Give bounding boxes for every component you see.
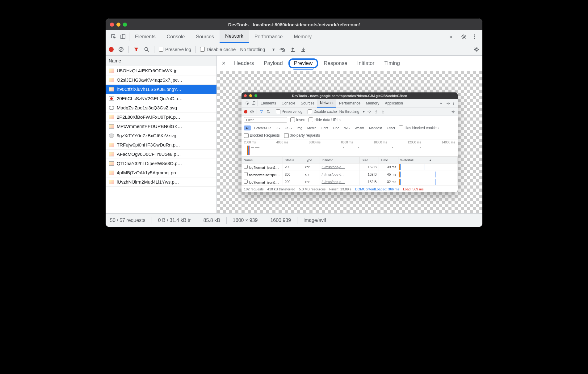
transferred: 410 kB transferred bbox=[267, 187, 296, 191]
stat-dims: 1600 × 939 bbox=[233, 218, 258, 223]
request-row[interactable]: MadqZslZpo1sj3qQ3GsZ.svg bbox=[106, 103, 216, 113]
stat-mime: image/avif bbox=[304, 218, 326, 223]
file-name: QTDnaY32hLDipeRW8e3O.p… bbox=[117, 161, 182, 166]
svg-point-25 bbox=[267, 110, 269, 113]
svg-point-15 bbox=[475, 49, 477, 50]
preserve-log-checkbox[interactable]: Preserve log bbox=[159, 47, 191, 52]
tab-preview[interactable]: Preview bbox=[293, 59, 314, 70]
file-type-icon bbox=[109, 78, 114, 82]
panel-settings-icon[interactable] bbox=[473, 46, 479, 53]
tab-initiator[interactable]: Initiator bbox=[353, 58, 379, 68]
maximize-icon[interactable] bbox=[123, 23, 127, 27]
traffic-lights bbox=[110, 23, 127, 27]
close-icon[interactable] bbox=[110, 23, 114, 27]
throttling-dropdown[interactable]: No throttling▾ bbox=[240, 47, 275, 52]
search-icon[interactable] bbox=[144, 46, 150, 53]
more-menu-icon[interactable] bbox=[471, 34, 477, 40]
panel-tab-network: Network bbox=[317, 99, 336, 108]
clear-icon[interactable] bbox=[118, 46, 124, 53]
column-header-name: Name bbox=[242, 157, 283, 163]
file-name: 4pIMBj7zOAk1y5Agmmoj.pn… bbox=[117, 170, 181, 175]
download-icon[interactable] bbox=[300, 46, 306, 53]
panel-tab-sources: Sources bbox=[298, 99, 317, 108]
file-type-icon bbox=[109, 69, 114, 73]
timeline-tick: 8000 ms bbox=[341, 141, 353, 144]
settings-icon[interactable] bbox=[461, 34, 467, 40]
file-name: TRFujw0pi0nHF3GwDuRn.p… bbox=[117, 142, 180, 147]
inner-statusbar: 102 requests 410 kB transferred 5.0 MB r… bbox=[242, 186, 458, 192]
svg-point-30 bbox=[452, 111, 454, 112]
minimize-icon[interactable] bbox=[116, 23, 120, 27]
request-row[interactable]: O2slJEHG9avKV4aqzSx7.jpe… bbox=[106, 75, 216, 85]
panel-tab-elements[interactable]: Elements bbox=[129, 30, 161, 43]
column-header-waterfall: Waterfall ▲ bbox=[398, 157, 457, 163]
file-name: MPcVmmemtEEDURBN6lGK… bbox=[117, 124, 182, 129]
panel-tab-network[interactable]: Network bbox=[220, 30, 249, 43]
disable-cache-checkbox[interactable]: Disable cache bbox=[200, 47, 236, 52]
tab-headers[interactable]: Headers bbox=[230, 58, 258, 68]
file-type-icon bbox=[109, 124, 114, 129]
request-row[interactable]: MPcVmmemtEEDURBN6lGK… bbox=[106, 122, 216, 131]
has-blocked-cookies-checkbox: Has blocked cookies bbox=[399, 125, 439, 130]
svg-point-27 bbox=[369, 113, 370, 113]
preserve-log-checkbox: Preserve log bbox=[276, 109, 302, 114]
upload-icon[interactable] bbox=[290, 46, 296, 53]
table-row: log?format=json&hasfast=true200xhr/_/mss… bbox=[242, 163, 458, 171]
preview-image: DevTools - news.google.com/topstories?hl… bbox=[242, 92, 458, 192]
panel-tab-performance[interactable]: Performance bbox=[249, 30, 288, 43]
network-conditions-icon[interactable] bbox=[279, 46, 285, 53]
more-menu-icon bbox=[452, 101, 456, 105]
timeline-tick: 12000 ms bbox=[408, 141, 421, 144]
file-name: U5OHzQL4tEKFr6OFIxWK.jp… bbox=[117, 68, 182, 73]
device-toggle-icon[interactable] bbox=[120, 34, 126, 40]
stat-transfer: 0 B / 31.4 kB tr bbox=[158, 218, 191, 223]
detail-tabbar: × Headers Payload Preview Response Initi… bbox=[217, 56, 482, 71]
download-icon bbox=[381, 109, 385, 114]
svg-point-9 bbox=[145, 47, 148, 50]
request-row[interactable]: lUvzhNlJlrm2Mud4Ll1Yws.p… bbox=[106, 177, 216, 187]
inspect-icon bbox=[245, 101, 250, 105]
column-header-status: Status bbox=[283, 157, 303, 163]
request-row[interactable]: 20E6CLcSzNV2GELQu7oC.p… bbox=[106, 94, 216, 103]
panel-tab-memory[interactable]: Memory bbox=[288, 30, 317, 43]
file-type-icon bbox=[109, 106, 114, 110]
filter-icon[interactable] bbox=[133, 46, 139, 53]
stat-ratio: 1600:939 bbox=[270, 218, 291, 223]
panel-tab-application: Application bbox=[382, 99, 406, 108]
request-row[interactable]: 4pIMBj7zOAk1y5Agmmoj.pn… bbox=[106, 168, 216, 177]
request-row[interactable]: AFacMOgv6D0CFTr6U5e8.p… bbox=[106, 150, 216, 159]
tab-payload[interactable]: Payload bbox=[259, 58, 287, 68]
request-row[interactable]: 9gzXiTYY0nZzBxGI6KrV.svg bbox=[106, 131, 216, 140]
svg-point-20 bbox=[453, 102, 454, 103]
inspect-icon[interactable] bbox=[111, 34, 117, 40]
settings-icon bbox=[446, 101, 450, 105]
column-header-size: Size bbox=[359, 157, 379, 163]
requests-table: NameStatusTypeInitiatorSizeTimeWaterfall… bbox=[242, 157, 458, 186]
panel-tab-console[interactable]: Console bbox=[161, 30, 191, 43]
finish-time: Finish: 13.89 s bbox=[329, 187, 351, 191]
type-filter-manifest: Manifest bbox=[368, 125, 384, 130]
panel-tab-sources[interactable]: Sources bbox=[190, 30, 220, 43]
more-tabs-button[interactable]: » bbox=[444, 30, 458, 43]
tab-timing[interactable]: Timing bbox=[380, 58, 404, 68]
panel-tab-performance: Performance bbox=[336, 99, 363, 108]
upload-icon bbox=[374, 109, 378, 114]
svg-line-26 bbox=[269, 112, 270, 113]
close-detail-button[interactable]: × bbox=[219, 60, 229, 67]
file-type-icon bbox=[109, 87, 114, 91]
request-row[interactable]: 2P2L80XfBoFWJFxU9TpK.p… bbox=[106, 113, 216, 122]
svg-point-4 bbox=[474, 34, 475, 36]
svg-rect-2 bbox=[122, 34, 125, 39]
request-row[interactable]: TRFujw0pi0nHF3GwDuRn.p… bbox=[106, 140, 216, 150]
request-row[interactable]: QTDnaY32hLDipeRW8e3O.p… bbox=[106, 159, 216, 168]
file-name: 20E6CLcSzNV2GELQu7oC.p… bbox=[117, 96, 183, 101]
request-row[interactable]: U5OHzQL4tEKFr6OFIxWK.jp… bbox=[106, 66, 216, 75]
timeline-tick: 6000 ms bbox=[309, 141, 321, 144]
record-button[interactable] bbox=[109, 47, 114, 52]
name-column-header[interactable]: Name bbox=[106, 56, 216, 66]
file-type-icon bbox=[109, 161, 114, 166]
request-detail-pane: × Headers Payload Preview Response Initi… bbox=[217, 56, 482, 213]
request-row[interactable]: h90CtfziXluvh1LSSKJE.png?… bbox=[106, 85, 216, 94]
tab-response[interactable]: Response bbox=[319, 58, 352, 68]
statusbar: 50 / 57 requests 0 B / 31.4 kB tr 85.8 k… bbox=[106, 213, 482, 227]
